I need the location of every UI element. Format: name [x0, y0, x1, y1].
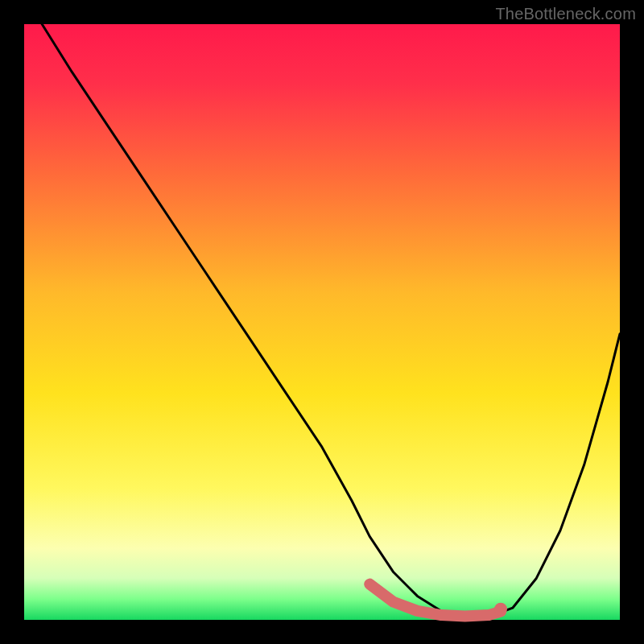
- chart-frame: TheBottleneck.com: [0, 0, 644, 644]
- attribution-text: TheBottleneck.com: [495, 5, 636, 23]
- gradient-background: [24, 24, 620, 620]
- plot-area: [24, 24, 620, 620]
- optimal-point-marker: [494, 603, 507, 616]
- chart-svg: [24, 24, 620, 620]
